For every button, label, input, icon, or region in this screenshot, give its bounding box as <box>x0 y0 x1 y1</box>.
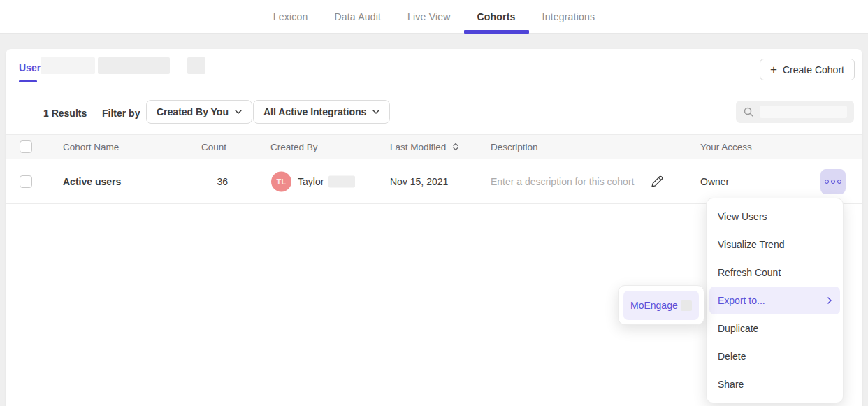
results-count: 1 Results <box>43 108 87 119</box>
access-level: Owner <box>700 176 729 187</box>
header-description: Description <box>491 142 538 152</box>
active-integrations-dropdown[interactable]: All Active Integrations <box>253 100 390 124</box>
redacted-tab-1 <box>41 57 95 74</box>
created-by-dropdown-label: Created By You <box>157 106 229 117</box>
submenu-item-moengage[interactable]: MoEngage <box>623 291 699 320</box>
search-icon <box>743 106 754 117</box>
menu-item-view-users[interactable]: View Users <box>709 203 840 231</box>
header-your-access: Your Access <box>700 142 752 152</box>
filter-bar: 1 Results Filter by Created By You All A… <box>6 92 862 134</box>
sort-icon[interactable] <box>453 143 458 151</box>
menu-item-delete[interactable]: Delete <box>709 342 840 370</box>
cohort-name-link[interactable]: Active users <box>63 176 121 187</box>
avatar: TL <box>271 171 291 191</box>
tab-user-underline <box>19 80 37 82</box>
export-submenu: MoEngage <box>618 285 704 325</box>
menu-item-visualize-trend[interactable]: Visualize Trend <box>709 231 840 259</box>
create-cohort-label: Create Cohort <box>783 64 844 75</box>
row-actions-button[interactable] <box>820 169 846 194</box>
redacted-last-name <box>328 175 355 187</box>
nav-tab-lexicon[interactable]: Lexicon <box>260 0 321 33</box>
chevron-down-icon <box>372 110 379 114</box>
menu-item-export-to[interactable]: Export to... <box>709 287 840 314</box>
redacted-search-text <box>760 106 847 118</box>
nav-tab-live-view[interactable]: Live View <box>394 0 463 33</box>
header-cohort-name: Cohort Name <box>63 142 119 152</box>
nav-tab-integrations[interactable]: Integrations <box>529 0 609 33</box>
chevron-right-icon <box>827 297 832 304</box>
redacted-tab-2 <box>98 57 170 74</box>
created-by-dropdown[interactable]: Created By You <box>146 100 252 124</box>
created-by-name: Taylor <box>298 176 324 187</box>
nav-tab-cohorts[interactable]: Cohorts <box>464 0 529 33</box>
menu-item-duplicate[interactable]: Duplicate <box>709 314 840 342</box>
redacted-tab-3 <box>187 57 205 74</box>
top-nav: Lexicon Data Audit Live View Cohorts Int… <box>0 0 868 34</box>
nav-tab-data-audit[interactable]: Data Audit <box>321 0 394 33</box>
last-modified-date: Nov 15, 2021 <box>390 176 448 187</box>
header-last-modified[interactable]: Last Modified <box>390 142 446 152</box>
menu-item-refresh-count[interactable]: Refresh Count <box>709 259 840 287</box>
create-cohort-button[interactable]: + Create Cohort <box>760 59 855 80</box>
cohorts-page: Lexicon Data Audit Live View Cohorts Int… <box>0 0 868 406</box>
menu-item-export-label: Export to... <box>718 295 765 306</box>
chevron-down-icon <box>235 110 242 114</box>
redacted-submenu-text <box>681 300 692 311</box>
menu-item-share[interactable]: Share <box>709 370 840 398</box>
filter-by-label: Filter by <box>102 108 140 119</box>
header-created-by: Created By <box>270 142 318 152</box>
row-actions-menu: View Users Visualize Trend Refresh Count… <box>706 198 844 403</box>
plus-icon: + <box>770 64 777 75</box>
pencil-icon[interactable] <box>649 174 665 189</box>
active-integrations-dropdown-label: All Active Integrations <box>263 106 366 117</box>
select-all-checkbox[interactable] <box>20 140 32 153</box>
divider <box>92 99 92 118</box>
header-count: Count <box>201 142 226 152</box>
submenu-item-moengage-label: MoEngage <box>630 300 678 311</box>
description-field[interactable]: Enter a description for this cohort <box>491 176 634 187</box>
row-checkbox[interactable] <box>20 175 32 188</box>
search-input[interactable] <box>736 101 854 123</box>
tab-user-cohorts[interactable]: User <box>19 62 41 73</box>
table-header: Cohort Name Count Created By Last Modifi… <box>6 134 862 159</box>
cohort-count: 36 <box>217 176 228 187</box>
